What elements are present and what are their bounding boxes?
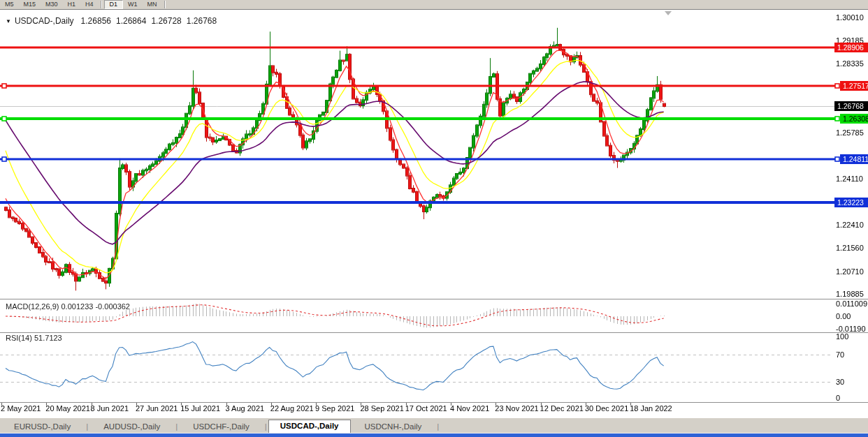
timeframe-button-h4[interactable]: H4 [80,0,99,9]
tab-separator: | [263,422,268,433]
price-axis-tick: 1.30010 [836,13,864,22]
symbol-dropdown-icon[interactable]: ▼ [6,18,11,24]
tab-separator: | [435,422,440,433]
price-line-badge-1-28906: 1.28906 [834,43,868,52]
indicator-axis-tick: 0 [836,394,840,402]
indicator-axis-tick: 70 [836,350,844,359]
macd-signal-value: -0.000362 [95,302,130,311]
toolbar-separator [164,1,166,8]
date-axis-label: 4 Nov 2021 [450,404,489,413]
timeframe-button-m5[interactable]: M5 [0,0,19,9]
chart-symbol-label: USDCAD-,Daily [15,16,74,26]
chart-window[interactable]: ▼ USDCAD-,Daily 1.26856 1.26864 1.26728 … [0,10,868,417]
tab-usdcnh[interactable]: USDCNH-,Daily [351,421,436,433]
toolbar-separator [101,1,102,8]
tab-usdcad[interactable]: USDCAD-,Daily [268,420,351,433]
date-axis-label: 17 Oct 2021 [405,404,447,413]
tab-separator: | [174,422,179,433]
date-axis-label: 9 Sep 2021 [315,404,354,413]
timeframe-button-m15[interactable]: M15 [19,0,41,9]
indicator-axis-tick: 30 [836,378,844,386]
date-axis-label: 23 Nov 2021 [495,404,538,413]
timeframe-button-mn[interactable]: MN [143,0,162,9]
date-axis-label: 8 Jun 2021 [91,404,129,413]
tab-audusd[interactable]: AUDUSD-,Daily [89,421,174,433]
price-line-badge-1-24811: 1.24811 [840,154,868,164]
date-axis-label: 22 Aug 2021 [270,404,314,413]
price-line-badge-1-23223: 1.23223 [834,198,868,207]
date-axis-label: 30 Dec 2021 [585,404,628,413]
ohlc-high: 1.26864 [116,16,146,26]
price-line-badge-1-27517: 1.27517 [840,81,868,91]
price-chart-canvas[interactable] [0,10,868,417]
timeframe-button-m30[interactable]: M30 [41,0,63,9]
date-axis-label: 3 Aug 2021 [226,404,265,413]
date-axis-label: 20 May 2021 [45,404,90,413]
price-axis-tick: 1.24110 [836,175,863,183]
date-axis-label: 2 May 2021 [1,404,41,413]
timeframe-toolbar: M5M15M30H1H4D1W1MN [0,0,868,10]
date-axis-label: 27 Jun 2021 [136,404,178,413]
macd-indicator-label: MACD(12,26,9) 0.001233 -0.000362 [6,302,130,311]
price-axis-tick: 1.25785 [836,128,864,137]
rsi-indicator-label: RSI(14) 51.7123 [6,334,62,342]
indicator-axis-tick: 100 [836,332,848,341]
price-axis-tick: 1.28335 [836,59,864,68]
chart-shift-marker-icon[interactable] [665,11,672,15]
chart-tab-bar: EURUSD-,Daily|AUDUSD-,Daily|USDCHF-,Dail… [0,417,868,433]
macd-value: 0.001233 [61,302,93,311]
timeframe-button-w1[interactable]: W1 [123,0,143,9]
timeframe-button-h1[interactable]: H1 [63,0,81,9]
date-axis-label: 28 Sep 2021 [360,404,403,413]
tab-eurusd[interactable]: EURUSD-,Daily [0,421,85,433]
tab-usdchf[interactable]: USDCHF-,Daily [179,421,263,433]
chart-title: ▼ USDCAD-,Daily 1.26856 1.26864 1.26728 … [6,16,222,26]
date-axis-label: 12 Dec 2021 [540,404,584,413]
rsi-value: 51.7123 [34,334,62,342]
indicator-axis-tick: 0.011009 [836,299,867,308]
price-axis-tick: 1.22410 [836,221,864,229]
tab-separator: | [85,422,89,433]
bottom-status-bar [0,433,868,437]
ohlc-open: 1.26856 [81,16,111,26]
date-axis-label: 18 Jan 2022 [630,404,672,413]
ohlc-close: 1.26768 [187,16,217,26]
current-price-badge-1-26768: 1.26768 [834,101,868,111]
price-axis-tick: 1.21560 [836,244,864,252]
price-axis-tick: 1.19885 [836,290,864,298]
ohlc-low: 1.26728 [151,16,181,26]
indicator-axis-tick: 0.00 [836,312,851,320]
date-axis-label: 15 Jul 2021 [180,404,220,413]
timeframe-button-d1[interactable]: D1 [104,0,124,9]
price-axis-tick: 1.20710 [836,267,864,276]
price-line-badge-1-26308: 1.26308 [840,114,868,124]
